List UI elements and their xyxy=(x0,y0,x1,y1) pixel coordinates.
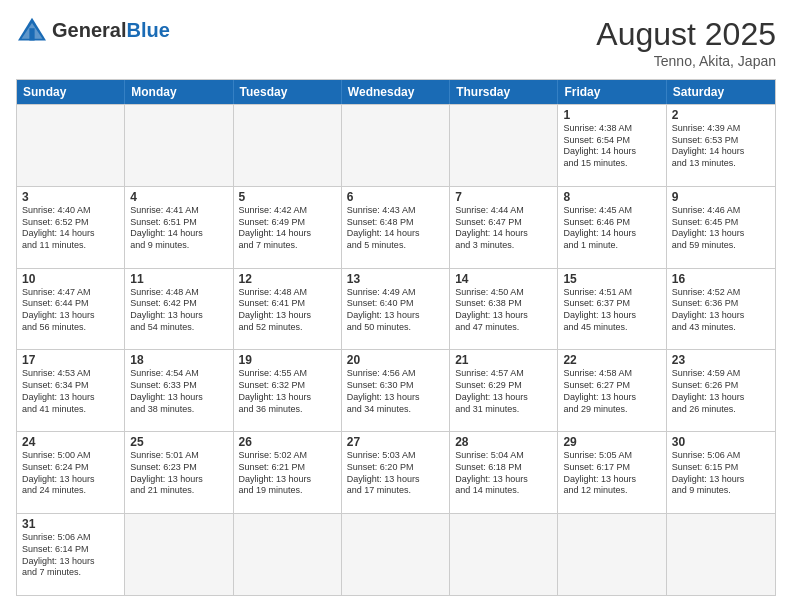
day-number: 20 xyxy=(347,353,444,367)
day-info: Sunrise: 4:53 AM Sunset: 6:34 PM Dayligh… xyxy=(22,368,119,415)
day-number: 3 xyxy=(22,190,119,204)
day-number: 10 xyxy=(22,272,119,286)
day-number: 16 xyxy=(672,272,770,286)
day-info: Sunrise: 4:50 AM Sunset: 6:38 PM Dayligh… xyxy=(455,287,552,334)
location-subtitle: Tenno, Akita, Japan xyxy=(596,53,776,69)
day-cell-20: 20Sunrise: 4:56 AM Sunset: 6:30 PM Dayli… xyxy=(342,350,450,431)
day-info: Sunrise: 4:51 AM Sunset: 6:37 PM Dayligh… xyxy=(563,287,660,334)
day-info: Sunrise: 4:48 AM Sunset: 6:41 PM Dayligh… xyxy=(239,287,336,334)
empty-cell xyxy=(667,514,775,595)
day-cell-16: 16Sunrise: 4:52 AM Sunset: 6:36 PM Dayli… xyxy=(667,269,775,350)
logo-icon xyxy=(16,16,48,44)
day-number: 31 xyxy=(22,517,119,531)
day-header-saturday: Saturday xyxy=(667,80,775,104)
day-cell-21: 21Sunrise: 4:57 AM Sunset: 6:29 PM Dayli… xyxy=(450,350,558,431)
day-number: 7 xyxy=(455,190,552,204)
day-info: Sunrise: 4:40 AM Sunset: 6:52 PM Dayligh… xyxy=(22,205,119,252)
day-cell-13: 13Sunrise: 4:49 AM Sunset: 6:40 PM Dayli… xyxy=(342,269,450,350)
day-info: Sunrise: 4:55 AM Sunset: 6:32 PM Dayligh… xyxy=(239,368,336,415)
logo-text: GeneralBlue xyxy=(52,19,170,42)
day-info: Sunrise: 5:00 AM Sunset: 6:24 PM Dayligh… xyxy=(22,450,119,497)
day-cell-1: 1Sunrise: 4:38 AM Sunset: 6:54 PM Daylig… xyxy=(558,105,666,186)
day-info: Sunrise: 4:48 AM Sunset: 6:42 PM Dayligh… xyxy=(130,287,227,334)
calendar: SundayMondayTuesdayWednesdayThursdayFrid… xyxy=(16,79,776,596)
day-cell-15: 15Sunrise: 4:51 AM Sunset: 6:37 PM Dayli… xyxy=(558,269,666,350)
day-number: 11 xyxy=(130,272,227,286)
day-info: Sunrise: 4:44 AM Sunset: 6:47 PM Dayligh… xyxy=(455,205,552,252)
empty-cell xyxy=(450,514,558,595)
day-number: 18 xyxy=(130,353,227,367)
calendar-page: GeneralBlue August 2025 Tenno, Akita, Ja… xyxy=(0,0,792,612)
day-number: 12 xyxy=(239,272,336,286)
day-number: 13 xyxy=(347,272,444,286)
day-cell-26: 26Sunrise: 5:02 AM Sunset: 6:21 PM Dayli… xyxy=(234,432,342,513)
day-cell-27: 27Sunrise: 5:03 AM Sunset: 6:20 PM Dayli… xyxy=(342,432,450,513)
page-header: GeneralBlue August 2025 Tenno, Akita, Ja… xyxy=(16,16,776,69)
day-info: Sunrise: 5:03 AM Sunset: 6:20 PM Dayligh… xyxy=(347,450,444,497)
day-info: Sunrise: 4:39 AM Sunset: 6:53 PM Dayligh… xyxy=(672,123,770,170)
day-cell-6: 6Sunrise: 4:43 AM Sunset: 6:48 PM Daylig… xyxy=(342,187,450,268)
logo: GeneralBlue xyxy=(16,16,170,44)
day-info: Sunrise: 5:06 AM Sunset: 6:14 PM Dayligh… xyxy=(22,532,119,579)
day-number: 23 xyxy=(672,353,770,367)
empty-cell xyxy=(342,105,450,186)
svg-rect-2 xyxy=(29,28,34,40)
empty-cell xyxy=(125,514,233,595)
day-cell-10: 10Sunrise: 4:47 AM Sunset: 6:44 PM Dayli… xyxy=(17,269,125,350)
day-header-monday: Monday xyxy=(125,80,233,104)
day-number: 15 xyxy=(563,272,660,286)
day-info: Sunrise: 5:04 AM Sunset: 6:18 PM Dayligh… xyxy=(455,450,552,497)
day-info: Sunrise: 5:01 AM Sunset: 6:23 PM Dayligh… xyxy=(130,450,227,497)
day-cell-23: 23Sunrise: 4:59 AM Sunset: 6:26 PM Dayli… xyxy=(667,350,775,431)
day-info: Sunrise: 4:38 AM Sunset: 6:54 PM Dayligh… xyxy=(563,123,660,170)
day-cell-18: 18Sunrise: 4:54 AM Sunset: 6:33 PM Dayli… xyxy=(125,350,233,431)
day-number: 29 xyxy=(563,435,660,449)
day-number: 5 xyxy=(239,190,336,204)
day-info: Sunrise: 4:52 AM Sunset: 6:36 PM Dayligh… xyxy=(672,287,770,334)
day-header-wednesday: Wednesday xyxy=(342,80,450,104)
day-cell-24: 24Sunrise: 5:00 AM Sunset: 6:24 PM Dayli… xyxy=(17,432,125,513)
day-cell-7: 7Sunrise: 4:44 AM Sunset: 6:47 PM Daylig… xyxy=(450,187,558,268)
day-number: 6 xyxy=(347,190,444,204)
day-number: 9 xyxy=(672,190,770,204)
day-header-friday: Friday xyxy=(558,80,666,104)
day-number: 4 xyxy=(130,190,227,204)
day-number: 27 xyxy=(347,435,444,449)
day-cell-28: 28Sunrise: 5:04 AM Sunset: 6:18 PM Dayli… xyxy=(450,432,558,513)
day-info: Sunrise: 4:58 AM Sunset: 6:27 PM Dayligh… xyxy=(563,368,660,415)
day-number: 30 xyxy=(672,435,770,449)
calendar-week-1: 1Sunrise: 4:38 AM Sunset: 6:54 PM Daylig… xyxy=(17,104,775,186)
empty-cell xyxy=(342,514,450,595)
day-info: Sunrise: 4:56 AM Sunset: 6:30 PM Dayligh… xyxy=(347,368,444,415)
day-number: 1 xyxy=(563,108,660,122)
empty-cell xyxy=(450,105,558,186)
day-cell-14: 14Sunrise: 4:50 AM Sunset: 6:38 PM Dayli… xyxy=(450,269,558,350)
day-header-thursday: Thursday xyxy=(450,80,558,104)
day-number: 14 xyxy=(455,272,552,286)
day-number: 25 xyxy=(130,435,227,449)
day-info: Sunrise: 4:45 AM Sunset: 6:46 PM Dayligh… xyxy=(563,205,660,252)
day-cell-2: 2Sunrise: 4:39 AM Sunset: 6:53 PM Daylig… xyxy=(667,105,775,186)
day-cell-12: 12Sunrise: 4:48 AM Sunset: 6:41 PM Dayli… xyxy=(234,269,342,350)
day-cell-9: 9Sunrise: 4:46 AM Sunset: 6:45 PM Daylig… xyxy=(667,187,775,268)
calendar-week-2: 3Sunrise: 4:40 AM Sunset: 6:52 PM Daylig… xyxy=(17,186,775,268)
day-info: Sunrise: 4:47 AM Sunset: 6:44 PM Dayligh… xyxy=(22,287,119,334)
day-number: 2 xyxy=(672,108,770,122)
calendar-week-6: 31Sunrise: 5:06 AM Sunset: 6:14 PM Dayli… xyxy=(17,513,775,595)
day-info: Sunrise: 4:42 AM Sunset: 6:49 PM Dayligh… xyxy=(239,205,336,252)
day-cell-11: 11Sunrise: 4:48 AM Sunset: 6:42 PM Dayli… xyxy=(125,269,233,350)
month-title: August 2025 xyxy=(596,16,776,53)
day-cell-30: 30Sunrise: 5:06 AM Sunset: 6:15 PM Dayli… xyxy=(667,432,775,513)
day-cell-17: 17Sunrise: 4:53 AM Sunset: 6:34 PM Dayli… xyxy=(17,350,125,431)
day-number: 26 xyxy=(239,435,336,449)
day-cell-19: 19Sunrise: 4:55 AM Sunset: 6:32 PM Dayli… xyxy=(234,350,342,431)
day-info: Sunrise: 5:05 AM Sunset: 6:17 PM Dayligh… xyxy=(563,450,660,497)
calendar-week-3: 10Sunrise: 4:47 AM Sunset: 6:44 PM Dayli… xyxy=(17,268,775,350)
day-number: 17 xyxy=(22,353,119,367)
calendar-week-5: 24Sunrise: 5:00 AM Sunset: 6:24 PM Dayli… xyxy=(17,431,775,513)
day-cell-8: 8Sunrise: 4:45 AM Sunset: 6:46 PM Daylig… xyxy=(558,187,666,268)
day-info: Sunrise: 4:41 AM Sunset: 6:51 PM Dayligh… xyxy=(130,205,227,252)
day-number: 8 xyxy=(563,190,660,204)
day-info: Sunrise: 5:02 AM Sunset: 6:21 PM Dayligh… xyxy=(239,450,336,497)
day-number: 22 xyxy=(563,353,660,367)
